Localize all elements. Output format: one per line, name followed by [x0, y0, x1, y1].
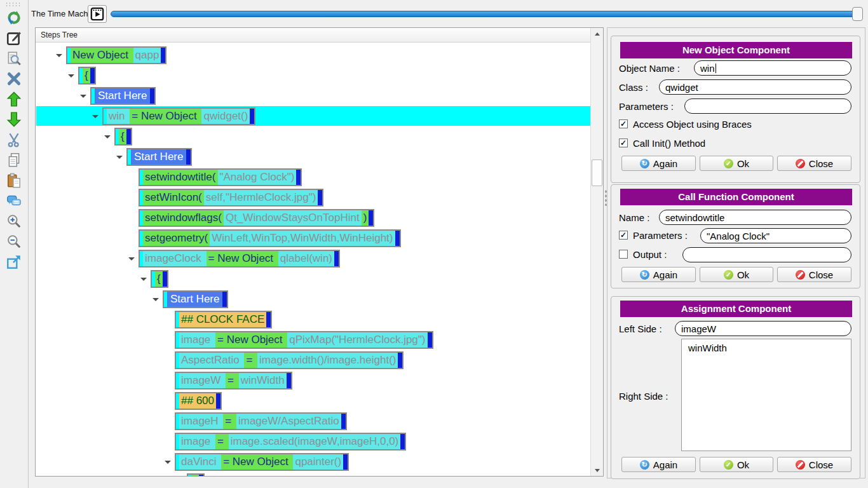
function-parameters-checkbox[interactable]: ✓: [619, 231, 628, 240]
tree-item-block[interactable]: Start Here: [90, 87, 156, 105]
assignment-component-title: Assignment Component: [620, 301, 852, 317]
tree-item-block[interactable]: {: [78, 67, 96, 85]
zoom-out-icon: [6, 233, 22, 250]
again-button[interactable]: ↻Again: [621, 267, 696, 282]
expand-arrow-icon[interactable]: [140, 278, 147, 281]
tree-item-block[interactable]: ## CLOCK FACE: [175, 311, 272, 329]
tree-item-block[interactable]: Start Here: [126, 148, 192, 166]
code-segment: "Analog Clock"): [218, 170, 297, 185]
left-side-input[interactable]: imageW: [675, 321, 851, 336]
function-output-checkbox[interactable]: [619, 250, 628, 259]
expand-arrow-icon[interactable]: [128, 257, 135, 261]
delete-button[interactable]: [5, 70, 23, 88]
toolbar-grip-handle[interactable]: [5, 2, 22, 7]
tree-item-block[interactable]: setwindowtitle("Analog Clock"): [139, 168, 302, 186]
tree-item-block[interactable]: imageClock = New Object qlabel(win): [139, 250, 340, 268]
item-right-strip: [343, 454, 348, 470]
expand-arrow-icon[interactable]: [153, 298, 159, 301]
function-output-input[interactable]: [682, 247, 851, 262]
tree-item-block[interactable]: New Object qapp: [66, 46, 166, 64]
item-right-strip: [186, 149, 191, 165]
item-right-strip: [150, 88, 154, 104]
scrollbar-down-button[interactable]: [592, 465, 602, 475]
tree-item-block[interactable]: ## 600: [175, 392, 222, 410]
ok-icon: ✓: [724, 460, 733, 470]
export-button[interactable]: [5, 253, 23, 271]
up-arrow-icon: [595, 32, 600, 36]
close-button[interactable]: Close: [777, 156, 851, 171]
move-up-icon: [6, 91, 22, 107]
item-right-strip: [395, 231, 400, 246]
expand-arrow-icon[interactable]: [56, 54, 62, 57]
ok-button[interactable]: ✓Ok: [700, 267, 773, 282]
tree-item-block[interactable]: imageH = imageW/AspectRatio: [175, 412, 347, 430]
code-segment: =: [226, 373, 239, 388]
tree-item-block[interactable]: {: [114, 128, 132, 146]
expand-arrow-icon[interactable]: [68, 74, 74, 78]
tree-item-block[interactable]: setgeometry(WinLeft,WinTop,WinWidth,WinH…: [139, 229, 401, 247]
function-name-input[interactable]: setwindowtitle: [659, 210, 851, 225]
item-right-strip: [90, 68, 95, 83]
expand-arrow-icon[interactable]: [104, 135, 111, 139]
call-init-checkbox[interactable]: ✓: [619, 139, 628, 147]
steps-tree-panel: Steps Tree New Object qapp{Start Herewin…: [35, 27, 604, 477]
class-input[interactable]: qwidget: [659, 79, 851, 95]
zoom-in-button[interactable]: [5, 212, 23, 230]
move-up-button[interactable]: [5, 90, 23, 108]
tree-item-block[interactable]: image = image.scaled(imageW,imageH,0,0): [175, 433, 406, 451]
paste-button[interactable]: [5, 172, 23, 189]
tree-item-block[interactable]: Start Here: [163, 290, 228, 308]
code-segment: =: [215, 434, 229, 449]
assignment-component-box: Assignment Component Left Side : imageW …: [611, 296, 860, 479]
tree-item-block[interactable]: {: [187, 473, 205, 476]
search-button[interactable]: [5, 50, 23, 67]
tree-item-block[interactable]: setwindowflags(Qt_WindowStaysOnTopHint): [139, 209, 374, 227]
right-side-textarea[interactable]: winWidth: [681, 339, 851, 451]
move-down-icon: [6, 111, 22, 128]
expand-arrow-icon[interactable]: [80, 95, 86, 98]
function-parameters-input[interactable]: "Analog Clock": [700, 228, 851, 243]
parameters-input[interactable]: [684, 98, 851, 114]
code-segment: qapp: [133, 48, 161, 63]
code-segment: {: [191, 475, 199, 476]
move-down-button[interactable]: [5, 111, 23, 128]
item-right-strip: [222, 292, 227, 307]
close-button[interactable]: Close: [777, 457, 851, 472]
tree-item-block[interactable]: image = New Object qPixMap("HermleClock.…: [175, 331, 433, 349]
scrollbar-up-button[interactable]: [592, 29, 602, 39]
expand-arrow-icon[interactable]: [116, 156, 123, 159]
tree-item-block[interactable]: {: [151, 270, 168, 288]
expand-arrow-icon[interactable]: [165, 461, 171, 464]
close-button[interactable]: Close: [777, 267, 851, 282]
steps-tree-viewport[interactable]: New Object qapp{Start Herewin = New Obje…: [36, 43, 590, 476]
zoom-out-button[interactable]: [5, 233, 23, 250]
copy-button[interactable]: [5, 151, 23, 169]
scrollbar-thumb[interactable]: [592, 159, 602, 186]
again-button[interactable]: ↻Again: [621, 457, 696, 472]
ok-button[interactable]: ✓Ok: [700, 457, 773, 472]
timeline-slider-handle[interactable]: [852, 7, 863, 21]
cut-button[interactable]: [5, 131, 23, 149]
object-name-input[interactable]: win: [694, 60, 851, 76]
new-object-component-title: New Object Component: [620, 42, 852, 58]
access-braces-checkbox[interactable]: ✓: [619, 119, 628, 128]
tree-item-block[interactable]: setWinIcon(self,"HermleClock.jpg"): [139, 189, 323, 207]
tree-item-block[interactable]: AspectRatio = image.width()/image.height…: [175, 351, 403, 369]
play-button[interactable]: [88, 5, 107, 23]
timeline-slider[interactable]: [111, 11, 862, 17]
refresh-button[interactable]: [5, 9, 23, 27]
expand-arrow-icon[interactable]: [92, 115, 98, 118]
again-button[interactable]: ↻Again: [621, 156, 696, 171]
ok-button[interactable]: ✓Ok: [700, 156, 773, 171]
tree-scrollbar[interactable]: [590, 28, 603, 476]
call-init-label: Call Init() Method: [633, 138, 705, 149]
code-segment: New Object: [71, 48, 133, 63]
code-segment: =: [223, 414, 236, 429]
tree-item-block[interactable]: imageW = winWidth: [175, 372, 292, 390]
code-segment: WinLeft,WinTop,WinWidth,WinHeight): [210, 231, 395, 246]
tree-item-block[interactable]: daVinci = New Object qpainter(): [175, 453, 349, 471]
tree-item-block[interactable]: win = New Object qwidget(): [102, 107, 255, 125]
edit-button[interactable]: [5, 29, 23, 47]
comments-button[interactable]: [5, 192, 23, 210]
item-right-strip: [250, 109, 254, 124]
